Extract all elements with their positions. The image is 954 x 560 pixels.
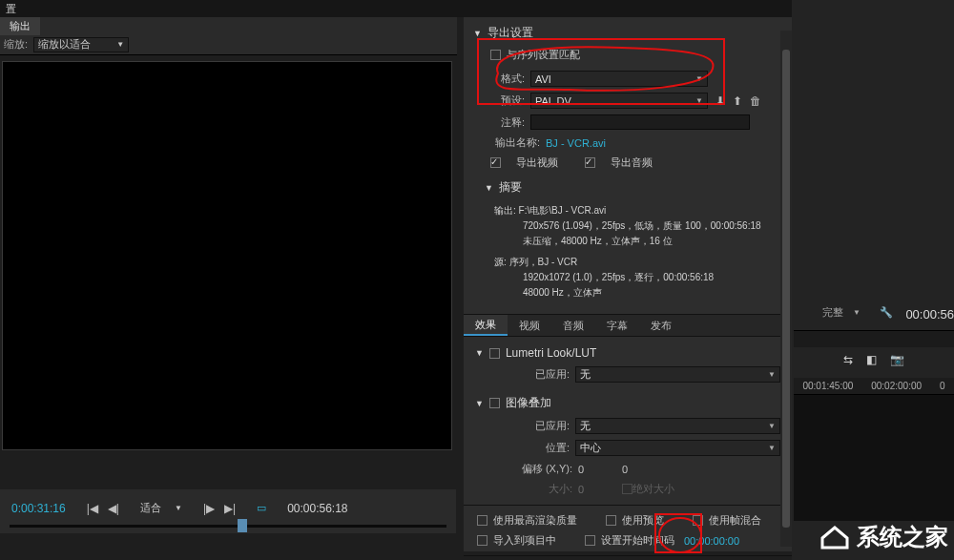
tab-output[interactable]: 输出 [0, 17, 40, 35]
scrollbar[interactable] [780, 31, 792, 547]
import-proj-checkbox[interactable] [477, 535, 487, 546]
offset-y[interactable]: 0 [622, 464, 666, 475]
transport-bar: 0:00:31:16 |◀ ◀| 适合 ▼ |▶ ▶| ▭ 00:00:56:1… [0, 489, 456, 533]
program-fit-label: 完整 [822, 305, 843, 320]
link-icon[interactable]: ⇆ [843, 353, 853, 366]
timeline-area[interactable]: 00:01:45:00 00:02:00:00 0 [794, 378, 954, 521]
use-preview-label: 使用预览 [622, 513, 664, 528]
house-icon [819, 525, 851, 550]
offset-x[interactable]: 0 [578, 464, 622, 475]
scale-select[interactable]: 缩放以适合 ▼ [33, 37, 129, 52]
section-overlay[interactable]: ▼ 图像叠加 [475, 391, 780, 415]
transport-controls: |◀ ◀| [87, 502, 119, 515]
summary-title: 摘要 [499, 179, 522, 196]
summary-src-line3: 48000 Hz，立体声 [494, 285, 782, 301]
tab-audio[interactable]: 音频 [551, 315, 595, 336]
summary-block: 输出: F:\电影\BJ - VCR.avi 720x576 (1.094)，2… [473, 199, 782, 308]
overlay-applied-select[interactable]: 无 ▼ [575, 418, 780, 434]
last-frame-icon[interactable]: ▶| [224, 502, 236, 515]
watermark-text: 系统之家 [857, 522, 948, 552]
overlay-applied-value: 无 [580, 419, 591, 433]
timeline-tool-icons: ⇆ ◧ 📷 [843, 353, 904, 366]
overlay-checkbox[interactable] [489, 398, 500, 408]
timecode-duration[interactable]: 00:00:56:18 [287, 502, 347, 515]
aspect-icon[interactable]: ▭ [257, 502, 266, 514]
tab-caption[interactable]: 字幕 [595, 315, 639, 336]
preview-panel: 输出 缩放: 缩放以适合 ▼ [0, 17, 457, 450]
disclosure-icon: ▼ [475, 399, 484, 408]
wrench-icon[interactable]: 🔧 [880, 306, 893, 319]
program-ruler[interactable] [794, 330, 954, 347]
fit-label[interactable]: 适合 [140, 501, 161, 515]
use-preview-checkbox[interactable] [606, 515, 616, 526]
left-tabs: 输出 [0, 17, 457, 34]
match-sequence-checkbox[interactable] [490, 50, 501, 60]
section-export-settings[interactable]: ▼ 导出设置 [473, 21, 782, 45]
tab-effect[interactable]: 效果 [464, 315, 508, 336]
effect-tabs: 效果 视频 音频 字幕 发布 [464, 314, 792, 337]
section-title: 导出设置 [487, 25, 533, 41]
comment-label: 注释: [490, 115, 530, 130]
lumetri-checkbox[interactable] [489, 348, 500, 359]
overlay-position-select[interactable]: 中心 ▼ [575, 440, 780, 456]
slider-thumb[interactable] [238, 519, 247, 532]
chevron-down-icon: ▼ [695, 74, 703, 83]
comment-input[interactable] [530, 114, 750, 130]
marker-icon[interactable]: ◧ [866, 353, 877, 366]
summary-out-label: 输出: [494, 205, 516, 216]
lumetri-title: Lumetri Look/LUT [506, 346, 596, 360]
summary-src-line2: 1920x1072 (1.0)，25fps，逐行，00:00:56:18 [494, 270, 782, 285]
effect-body: ▼ Lumetri Look/LUT 已应用: 无 ▼ ▼ 图像叠加 已应用: … [464, 337, 792, 505]
transport-controls-right: |▶ ▶| [203, 502, 236, 515]
start-tc-value[interactable]: 00:00:00:00 [684, 535, 739, 547]
size-label: 大小: [492, 482, 578, 496]
chevron-down-icon: ▼ [768, 370, 776, 379]
frame-blend-checkbox[interactable] [693, 515, 703, 526]
export-audio-label: 导出音频 [611, 156, 653, 170]
save-preset-icon[interactable]: ⬇ [716, 94, 725, 108]
preset-select[interactable]: PAL DV ▼ [530, 93, 708, 109]
timecode-in[interactable]: 0:00:31:16 [11, 502, 66, 515]
export-video-checkbox[interactable] [490, 157, 501, 168]
step-fwd-icon[interactable]: |▶ [203, 502, 215, 515]
export-audio-checkbox[interactable] [585, 157, 595, 168]
disclosure-icon: ▼ [475, 348, 484, 358]
ruler-tick: 0 [940, 381, 945, 391]
preview-viewport [2, 61, 452, 450]
program-fit[interactable]: 完整 ▼ 🔧 [822, 305, 893, 320]
first-frame-icon[interactable]: |◀ [87, 502, 98, 515]
program-duration: 00:00:56 [905, 307, 954, 321]
chevron-down-icon: ▼ [175, 504, 182, 512]
max-quality-label: 使用最高渲染质量 [493, 513, 577, 528]
lumetri-applied-label: 已应用: [492, 367, 575, 382]
scrollbar-thumb[interactable] [782, 50, 790, 528]
summary-src-label: 源: [494, 257, 507, 267]
scale-label: 缩放: [4, 37, 28, 52]
section-lumetri[interactable]: ▼ Lumetri Look/LUT [475, 342, 780, 363]
summary-src-name: 序列，BJ - VCR [509, 257, 578, 267]
timeline-ruler[interactable]: 00:01:45:00 00:02:00:00 0 [794, 378, 954, 395]
export-video-label: 导出视频 [516, 156, 558, 170]
match-sequence-row: 与序列设置匹配 [473, 45, 782, 68]
disclosure-icon: ▼ [485, 183, 493, 193]
delete-preset-icon[interactable]: 🗑 [750, 94, 761, 108]
format-select[interactable]: AVI ▼ [530, 71, 708, 87]
format-value: AVI [535, 73, 551, 85]
summary-out-path: F:\电影\BJ - VCR.avi [519, 205, 607, 216]
slider-track [10, 525, 446, 528]
disclosure-icon: ▼ [473, 29, 482, 38]
max-quality-checkbox[interactable] [477, 515, 487, 526]
summary-out-line3: 未压缩，48000 Hz，立体声，16 位 [494, 234, 782, 249]
step-back-icon[interactable]: ◀| [108, 502, 119, 515]
section-summary[interactable]: ▼ 摘要 [473, 176, 782, 199]
lumetri-applied-select[interactable]: 无 ▼ [575, 366, 780, 383]
import-preset-icon[interactable]: ⬆ [733, 94, 742, 108]
summary-out-line2: 720x576 (1.094)，25fps，低场，质量 100，00:00:56… [494, 218, 782, 234]
tab-video[interactable]: 视频 [508, 315, 551, 336]
abs-size-label: 绝对大小 [633, 482, 674, 496]
tab-publish[interactable]: 发布 [639, 315, 683, 336]
start-tc-checkbox[interactable] [585, 535, 595, 546]
snapshot-icon[interactable]: 📷 [890, 353, 904, 366]
playhead-slider[interactable] [10, 519, 446, 532]
output-name-link[interactable]: BJ - VCR.avi [546, 137, 606, 149]
